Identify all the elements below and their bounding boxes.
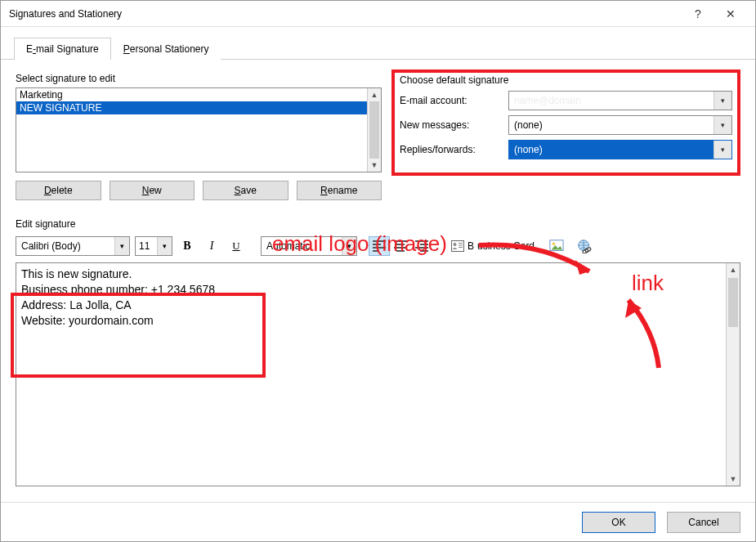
- editor-line[interactable]: Business phone number: +1 234 5678: [21, 282, 721, 298]
- tab-personal-stationery[interactable]: Personal Stationery: [111, 38, 221, 60]
- svg-point-6: [552, 243, 556, 246]
- new-messages-label: New messages:: [400, 119, 502, 131]
- label-part: Replies/: [400, 144, 435, 155]
- select-value: name@domain: [514, 95, 581, 106]
- btn-text: elete: [51, 185, 73, 196]
- new-messages-select[interactable]: (none) ▾: [508, 115, 732, 135]
- btn-text: ename: [328, 185, 358, 196]
- align-center-button[interactable]: [390, 236, 411, 256]
- picture-icon: [549, 239, 564, 253]
- tab-strip: E-mail Signature Personal Stationery: [1, 27, 755, 60]
- chevron-down-icon[interactable]: ▾: [714, 141, 731, 159]
- edit-signature-label: Edit signature: [16, 218, 740, 230]
- label-part: New: [400, 119, 422, 131]
- tab-label-part: mail Signature: [36, 43, 99, 55]
- globe-link-icon: [577, 239, 592, 253]
- rename-button[interactable]: Rename: [297, 181, 382, 200]
- ok-button[interactable]: OK: [582, 512, 655, 533]
- btn-accel: S: [235, 185, 241, 196]
- btn-accel: D: [44, 185, 51, 196]
- tab-label-accel: P: [123, 43, 130, 55]
- signature-item[interactable]: Marketing: [16, 88, 367, 101]
- save-button[interactable]: Save: [203, 181, 289, 200]
- font-color-select[interactable]: Automatic ▾: [261, 236, 357, 256]
- select-value: (none): [514, 119, 543, 131]
- btn-text: usiness Card: [477, 240, 535, 252]
- signature-item[interactable]: NEW SIGNATURE: [16, 101, 367, 114]
- label-part: E-mail a: [400, 95, 436, 106]
- svg-rect-4: [459, 247, 463, 248]
- scroll-up-icon[interactable]: ▲: [368, 88, 381, 101]
- chevron-down-icon[interactable]: ▾: [714, 116, 731, 134]
- dialog-buttonbar: OK Cancel: [1, 502, 755, 541]
- btn-text: ew: [149, 185, 161, 196]
- editor-line[interactable]: Website: yourdomain.com: [21, 313, 721, 329]
- svg-rect-2: [459, 243, 463, 244]
- scroll-up-icon[interactable]: ▲: [727, 263, 740, 276]
- chevron-down-icon[interactable]: ▾: [342, 237, 356, 255]
- font-size-select[interactable]: 11 ▾: [135, 236, 172, 256]
- btn-text: ave: [241, 185, 257, 196]
- label-part: essages:: [430, 119, 469, 131]
- svg-rect-3: [459, 245, 463, 246]
- size-value: 11: [139, 240, 150, 252]
- chevron-down-icon[interactable]: ▾: [114, 237, 129, 255]
- titlebar: Signatures and Stationery ? ✕: [1, 1, 755, 27]
- scroll-thumb[interactable]: [728, 278, 738, 327]
- dialog-body: Select signature to edit Marketing NEW S…: [1, 60, 755, 502]
- tab-label-part: E: [26, 43, 33, 55]
- editor-scrollbar[interactable]: ▲ ▼: [726, 263, 740, 486]
- cancel-button[interactable]: Cancel: [667, 512, 740, 533]
- defaults-group: Choose default signature E-mail account:…: [391, 69, 740, 176]
- btn-accel: R: [320, 185, 328, 196]
- chevron-down-icon[interactable]: ▾: [714, 92, 731, 110]
- font-select[interactable]: Calibri (Body) ▾: [16, 236, 130, 256]
- email-account-label: E-mail account:: [400, 95, 502, 106]
- signature-listbox[interactable]: Marketing NEW SIGNATURE ▲ ▼: [16, 87, 382, 172]
- business-card-icon: [451, 240, 464, 252]
- font-value: Calibri (Body): [21, 240, 81, 252]
- tab-email-signature[interactable]: E-mail Signature: [14, 38, 111, 60]
- editor-line[interactable]: Address: La Jolla, CA: [21, 298, 721, 313]
- scroll-thumb[interactable]: [369, 101, 379, 159]
- window-title: Signatures and Stationery: [9, 8, 682, 20]
- signature-editor[interactable]: This is new signature. Business phone nu…: [16, 262, 740, 486]
- insert-image-button[interactable]: [545, 236, 568, 256]
- replies-forwards-label: Replies/forwards:: [400, 144, 502, 155]
- svg-point-1: [454, 243, 457, 246]
- label-accel: m: [422, 119, 430, 131]
- delete-button[interactable]: Delete: [16, 181, 101, 200]
- dialog-window: Signatures and Stationery ? ✕ E-mail Sig…: [0, 0, 756, 542]
- insert-hyperlink-button[interactable]: [573, 236, 596, 256]
- replies-forwards-select[interactable]: (none) ▾: [508, 140, 732, 159]
- editor-toolbar: Calibri (Body) ▾ 11 ▾ B I U Automatic ▾: [16, 235, 740, 258]
- underline-button[interactable]: U: [226, 236, 246, 256]
- btn-accel: N: [142, 185, 150, 196]
- bold-button[interactable]: B: [177, 236, 197, 256]
- svg-rect-0: [452, 241, 464, 252]
- align-right-button[interactable]: [411, 236, 432, 256]
- tab-label-part: ersonal Stationery: [130, 43, 209, 55]
- email-account-select[interactable]: name@domain ▾: [508, 91, 732, 110]
- btn-accel: B: [467, 240, 474, 252]
- color-value: Automatic: [266, 240, 310, 252]
- listbox-scrollbar[interactable]: ▲ ▼: [367, 88, 381, 172]
- defaults-title: Choose default signature: [400, 74, 732, 86]
- label-part: orwards:: [438, 144, 476, 155]
- new-button[interactable]: New: [110, 181, 195, 200]
- label-part: count:: [441, 95, 467, 106]
- select-value: (none): [514, 144, 543, 155]
- business-card-button[interactable]: Business Card: [445, 236, 540, 256]
- close-button[interactable]: ✕: [714, 1, 747, 27]
- scroll-down-icon[interactable]: ▼: [368, 159, 381, 172]
- help-button[interactable]: ?: [682, 1, 714, 27]
- chevron-down-icon[interactable]: ▾: [157, 237, 172, 255]
- scroll-down-icon[interactable]: ▼: [727, 473, 740, 486]
- align-left-button[interactable]: [369, 236, 390, 256]
- italic-button[interactable]: I: [202, 236, 221, 256]
- select-signature-label: Select signature to edit: [16, 73, 382, 84]
- editor-line[interactable]: This is new signature.: [21, 267, 721, 282]
